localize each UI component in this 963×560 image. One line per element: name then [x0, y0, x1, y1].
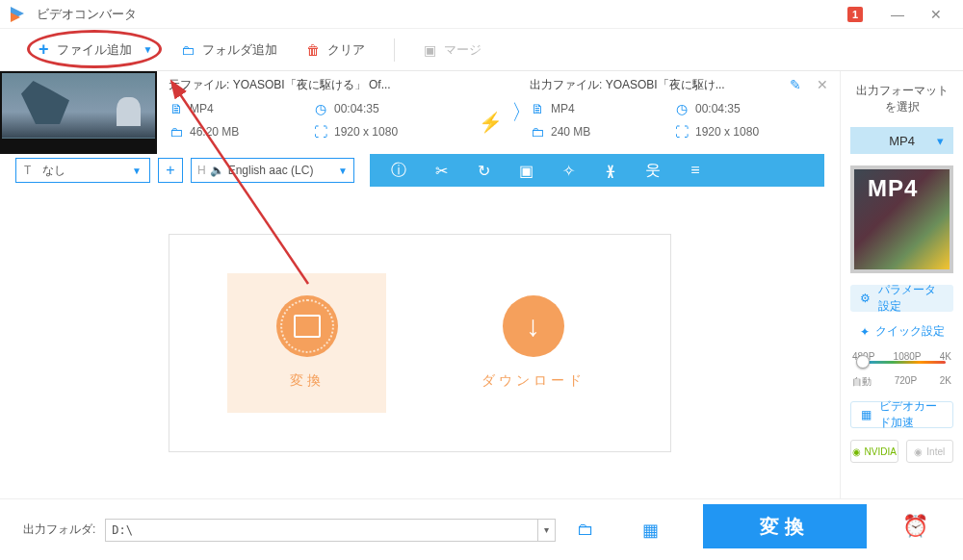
output-path-input[interactable]: [105, 519, 538, 542]
plus-icon: +: [39, 39, 49, 60]
source-size: 46.20 MB: [190, 125, 239, 139]
info-icon[interactable]: ⓘ: [389, 161, 408, 181]
edit-toolbar: ⓘ ✂ ↻ ▣ ✧ ᚕ 웃 ≡: [370, 154, 824, 187]
file-item[interactable]: 元ファイル: YOASOBI「夜に駆ける」 Of... 🗎MP4 ◷00:04:…: [0, 71, 840, 154]
subtitle-edit-icon[interactable]: 웃: [643, 161, 663, 181]
nvidia-icon: ◉: [852, 446, 861, 457]
gear-icon: ✦: [860, 325, 870, 339]
sidebar: 出力フォーマットを選択 MP4 MP4 ⚙ パラメータ設定 ✦ クイック設定 4…: [840, 71, 963, 498]
convert-button[interactable]: 変換: [703, 504, 867, 548]
clock-icon: ◷: [674, 101, 690, 116]
file-controls: T なし ▼ + H 🔈 English aac (LC) ▼ ⓘ ✂ ↻ ▣ …: [0, 154, 840, 187]
folder-size-icon: 🗀: [169, 124, 184, 140]
folder-plus-icon: 🗀: [181, 42, 195, 58]
convert-card[interactable]: 変換: [227, 273, 386, 413]
download-icon: ↓: [503, 295, 564, 357]
output-format: MP4: [551, 102, 575, 115]
video-thumbnail[interactable]: [0, 71, 157, 154]
edit-pencil-icon[interactable]: ✎: [790, 77, 801, 92]
minimize-button[interactable]: —: [878, 3, 917, 26]
convert-icon: [276, 295, 338, 357]
tick-720p: 720P: [895, 375, 917, 389]
source-format: MP4: [190, 102, 214, 115]
add-folder-label: フォルダ追加: [202, 41, 277, 59]
intel-badge: ◉ Intel: [906, 440, 954, 463]
format-dropdown[interactable]: MP4: [850, 127, 953, 154]
gpu-label: ビデオカード加速: [879, 398, 943, 431]
close-button[interactable]: ✕: [917, 3, 955, 26]
remove-file-icon[interactable]: ✕: [817, 77, 828, 92]
audio-track-dropdown[interactable]: H 🔈 English aac (LC) ▼: [191, 158, 354, 183]
chip-icon: ▦: [861, 408, 872, 421]
clock-icon: ◷: [313, 101, 328, 116]
toolbar: + ファイル追加 ▼ 🗀 フォルダ追加 🗑 クリア ▣ マージ: [0, 29, 963, 71]
merge-button[interactable]: ▣ マージ: [424, 41, 482, 59]
subtitle-value: なし: [42, 163, 65, 179]
rotate-icon[interactable]: ↻: [474, 162, 493, 180]
chevron-right-icon: 〉: [514, 77, 530, 148]
output-duration: 00:04:35: [695, 102, 741, 115]
speaker-icon: 🔈: [210, 164, 224, 177]
format-preview[interactable]: MP4: [850, 165, 953, 273]
subtitle-prefix: T: [24, 164, 31, 177]
audio-edit-icon[interactable]: ≡: [686, 162, 705, 179]
add-folder-button[interactable]: 🗀 フォルダ追加: [181, 41, 277, 59]
sliders-icon: ⚙: [860, 292, 871, 305]
crop-icon[interactable]: ▣: [516, 162, 535, 180]
output-resolution: 1920 x 1080: [695, 125, 759, 139]
dropdown-caret-icon[interactable]: ▼: [143, 44, 153, 55]
file-format-icon: 🗎: [169, 101, 184, 116]
window-title: ビデオコンバータ: [37, 6, 847, 23]
subtitle-dropdown[interactable]: T なし ▼: [15, 158, 150, 183]
divider: [394, 38, 395, 62]
quick-settings-label: ✦ クイック設定: [850, 323, 953, 340]
clear-button[interactable]: 🗑 クリア: [306, 41, 365, 59]
merge-icon: ▣: [424, 42, 436, 58]
add-subtitle-button[interactable]: +: [158, 158, 183, 183]
audio-prefix: H: [197, 164, 206, 177]
caret-icon: ▼: [338, 165, 348, 176]
slider-thumb[interactable]: [856, 355, 870, 369]
source-file-title: 元ファイル: YOASOBI「夜に駆ける」 Of...: [169, 77, 467, 93]
intel-icon: ◉: [914, 446, 923, 457]
clear-label: クリア: [327, 41, 365, 59]
effect-icon[interactable]: ✧: [559, 162, 578, 180]
resolution-icon: ⛶: [313, 124, 328, 140]
browse-folder-icon[interactable]: ▦: [642, 520, 659, 541]
titlebar: ビデオコンバータ 1 — ✕: [0, 0, 963, 29]
bolt-icon: ⚡: [479, 111, 503, 134]
caret-icon: ▼: [132, 165, 142, 176]
format-value: MP4: [889, 134, 915, 148]
sidebar-title: 出力フォーマットを選択: [850, 83, 953, 115]
cut-icon[interactable]: ✂: [431, 162, 451, 180]
output-size: 240 MB: [551, 125, 590, 139]
tick-2k: 2K: [940, 375, 951, 389]
tick-auto: 自動: [852, 375, 872, 389]
format-thumb-label: MP4: [868, 175, 918, 202]
output-file-title: 出力ファイル: YOASOBI「夜に駆け...: [530, 77, 828, 93]
source-duration: 00:04:35: [334, 102, 379, 115]
merge-label: マージ: [444, 41, 482, 59]
nvidia-badge: ◉ NVIDIA: [850, 440, 898, 463]
action-panel: 変換 ↓ ダウンロード: [169, 234, 671, 452]
open-folder-icon[interactable]: 🗀: [577, 520, 594, 540]
download-card[interactable]: ↓ ダウンロード: [454, 273, 612, 413]
download-label: ダウンロード: [482, 372, 586, 390]
app-logo: [8, 5, 27, 24]
params-label: パラメータ設定: [878, 282, 944, 315]
convert-label: 変換: [290, 372, 325, 390]
folder-size-icon: 🗀: [530, 124, 545, 140]
gpu-accel-button[interactable]: ▦ ビデオカード加速: [850, 401, 953, 428]
audio-value: English aac (LC): [228, 164, 314, 177]
step-badge: 1: [847, 7, 863, 22]
trash-icon: 🗑: [306, 42, 320, 58]
output-folder-label: 出力フォルダ:: [23, 522, 95, 538]
quality-slider[interactable]: 480P 1080P 4K 自動 720P 2K: [850, 351, 953, 390]
file-format-icon: 🗎: [530, 101, 545, 116]
path-dropdown-button[interactable]: ▾: [538, 519, 556, 542]
schedule-icon[interactable]: ⏰: [902, 514, 928, 539]
watermark-icon[interactable]: ᚕ: [601, 162, 620, 180]
add-file-button[interactable]: + ファイル追加 ▼: [39, 39, 152, 60]
parameter-settings-button[interactable]: ⚙ パラメータ設定: [850, 285, 953, 312]
resolution-icon: ⛶: [674, 124, 690, 140]
